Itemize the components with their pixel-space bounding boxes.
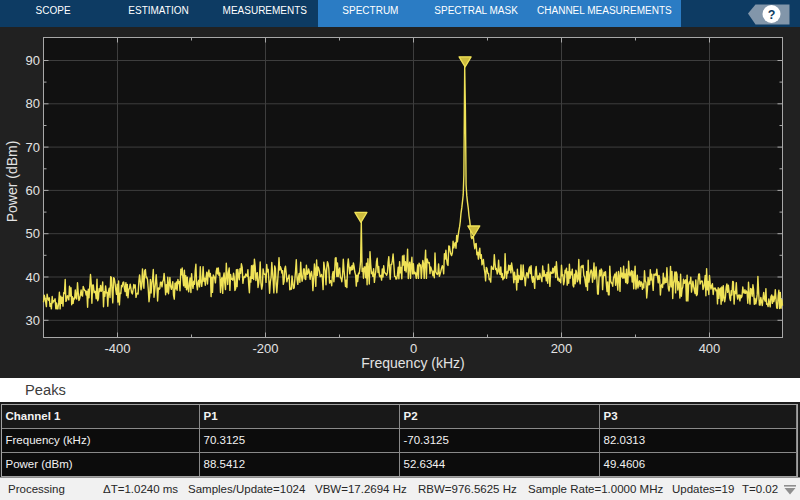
svg-text:50: 50: [26, 226, 40, 241]
svg-text:Power (dBm): Power (dBm): [4, 141, 20, 223]
svg-text:40: 40: [26, 270, 40, 285]
svg-text:-200: -200: [252, 341, 278, 356]
svg-text:200: 200: [551, 341, 573, 356]
svg-text:Frequency (kHz): Frequency (kHz): [361, 355, 464, 371]
svg-text:-400: -400: [104, 341, 130, 356]
svg-text:70: 70: [26, 140, 40, 155]
svg-text:?: ?: [768, 8, 776, 22]
svg-text:30: 30: [26, 313, 40, 328]
svg-text:80: 80: [26, 96, 40, 111]
svg-text:0: 0: [410, 341, 417, 356]
svg-text:90: 90: [26, 53, 40, 68]
svg-text:400: 400: [699, 341, 721, 356]
svg-text:60: 60: [26, 183, 40, 198]
